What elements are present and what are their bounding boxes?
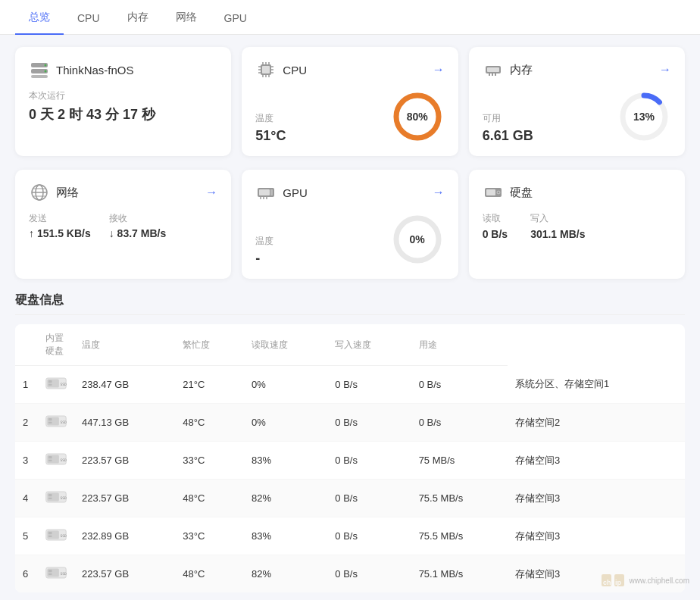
col-write: 写入速度: [327, 324, 411, 366]
disk-size: 223.57 GB: [74, 480, 175, 517]
svg-rect-34: [259, 189, 270, 195]
disk-read: 0 B/s: [327, 404, 411, 442]
disk-usage: 存储空间2: [508, 404, 685, 442]
uptime-label: 本次运行: [29, 89, 217, 102]
hdd-write-value: 301.1 MB/s: [530, 228, 585, 240]
disk-section-title: 硬盘信息: [15, 292, 685, 315]
disk-size: 223.57 GB: [74, 555, 175, 593]
svg-rect-52: [48, 422, 52, 423]
disk-temp: 48°C: [175, 404, 244, 442]
svg-rect-56: [48, 456, 52, 458]
gpu-temp-label: 温度: [255, 235, 273, 248]
network-recv-value: ↓ 83.7 MB/s: [109, 227, 166, 239]
disk-usage: 存储空间3: [508, 517, 685, 555]
cpu-title: CPU: [283, 64, 307, 77]
disk-busy: 0%: [244, 366, 327, 404]
disk-usage: 存储空间3: [508, 480, 685, 517]
disk-size: 447.13 GB: [74, 404, 175, 442]
disk-write: 0 B/s: [411, 366, 508, 404]
svg-point-4: [45, 70, 47, 73]
table-row: 4 SSD 223.57 GB 48°C 82% 0 B/s 75.5 MB/s…: [15, 480, 685, 517]
svg-text:SSD: SSD: [60, 458, 67, 462]
disk-busy: 83%: [244, 442, 327, 480]
svg-text:SSD: SSD: [60, 420, 67, 424]
network-arrow[interactable]: →: [205, 186, 217, 199]
svg-text:ch: ch: [603, 579, 611, 586]
gpu-arrow[interactable]: →: [433, 186, 445, 199]
svg-rect-41: [486, 189, 495, 195]
svg-point-3: [45, 64, 47, 67]
svg-text:SSD: SSD: [60, 534, 67, 538]
hdd-read-label: 读取: [483, 212, 508, 225]
disk-temp: 33°C: [175, 442, 244, 480]
svg-text:ip: ip: [615, 579, 622, 586]
watermark-text: www.chiphell.com: [630, 577, 689, 585]
cards-grid-row1: ThinkNas-fnOS 本次运行 0 天 2 时 43 分 17 秒: [15, 47, 685, 156]
disk-temp: 48°C: [175, 555, 244, 593]
disk-icon-cell: SSD: [38, 366, 74, 404]
disk-write: 75 MB/s: [411, 442, 508, 480]
device-card: ThinkNas-fnOS 本次运行 0 天 2 时 43 分 17 秒: [15, 47, 231, 156]
disk-temp: 21°C: [175, 366, 244, 404]
memory-card: 内存 → 可用 6.61 GB 13%: [469, 47, 685, 156]
disk-size: 223.57 GB: [74, 442, 175, 480]
nav-item-memory[interactable]: 内存: [114, 0, 162, 35]
disk-size: 232.89 GB: [74, 517, 175, 555]
network-send-label: 发送: [29, 212, 91, 225]
disk-temp: 33°C: [175, 517, 244, 555]
disk-row-num: 6: [15, 555, 38, 593]
memory-donut: 13%: [617, 89, 671, 144]
memory-icon: [483, 59, 504, 80]
svg-rect-67: [48, 536, 52, 537]
col-busy: 繁忙度: [175, 324, 244, 366]
network-title: 网络: [56, 186, 79, 200]
svg-point-43: [498, 192, 499, 193]
nav-item-network[interactable]: 网络: [162, 0, 211, 35]
nav-item-overview[interactable]: 总览: [15, 0, 64, 35]
svg-rect-2: [31, 75, 48, 78]
gpu-card: GPU → 温度 - 0%: [242, 170, 458, 279]
svg-text:SSD: SSD: [60, 383, 67, 386]
hdd-icon: [483, 182, 504, 203]
svg-rect-46: [48, 380, 52, 383]
svg-rect-23: [489, 73, 490, 76]
disk-temp: 48°C: [175, 480, 244, 517]
table-row: 1 SSD 238.47 GB 21°C 0% 0 B/s 0 B/s 系统分区…: [15, 366, 685, 404]
cpu-donut: 80%: [390, 89, 445, 144]
col-temp: 温度: [74, 324, 175, 366]
network-recv-label: 接收: [109, 212, 166, 225]
watermark: ch ip www.chiphell.com: [601, 568, 689, 592]
disk-busy: 83%: [244, 517, 327, 555]
main-content: ThinkNas-fnOS 本次运行 0 天 2 时 43 分 17 秒: [0, 35, 700, 600]
hdd-read-value: 0 B/s: [483, 228, 508, 240]
disk-read: 0 B/s: [327, 442, 411, 480]
device-name: ThinkNas-fnOS: [56, 64, 134, 77]
svg-rect-72: [48, 573, 52, 575]
svg-rect-25: [495, 73, 496, 76]
nav-item-cpu[interactable]: CPU: [64, 2, 114, 35]
disk-row-num: 3: [15, 442, 38, 480]
svg-rect-47: [48, 384, 52, 386]
gpu-donut: 0%: [390, 212, 445, 267]
disk-section: 硬盘信息 内置硬盘 温度 繁忙度 读取速度 写入速度 用途 1: [15, 292, 685, 592]
col-usage: 用途: [411, 324, 508, 366]
disk-busy: 82%: [244, 480, 327, 517]
disk-write: 75.1 MB/s: [411, 555, 508, 593]
col-builtin: 内置硬盘: [38, 324, 74, 366]
disk-row-num: 2: [15, 404, 38, 442]
disk-row-num: 5: [15, 517, 38, 555]
nav-item-gpu[interactable]: GPU: [211, 2, 261, 35]
memory-arrow[interactable]: →: [659, 63, 671, 77]
disk-usage: 存储空间3: [508, 442, 685, 480]
disk-usage: 系统分区、存储空间1: [508, 366, 685, 404]
disk-read: 0 B/s: [327, 366, 411, 404]
svg-rect-51: [48, 418, 52, 420]
cpu-arrow[interactable]: →: [433, 63, 445, 77]
hdd-write-label: 写入: [530, 212, 585, 225]
memory-title: 内存: [510, 63, 533, 77]
svg-rect-66: [48, 532, 52, 534]
memory-usage-label: 13%: [633, 111, 655, 123]
svg-rect-6: [262, 66, 270, 73]
svg-text:SSD: SSD: [60, 572, 67, 576]
cpu-icon: [255, 59, 277, 80]
